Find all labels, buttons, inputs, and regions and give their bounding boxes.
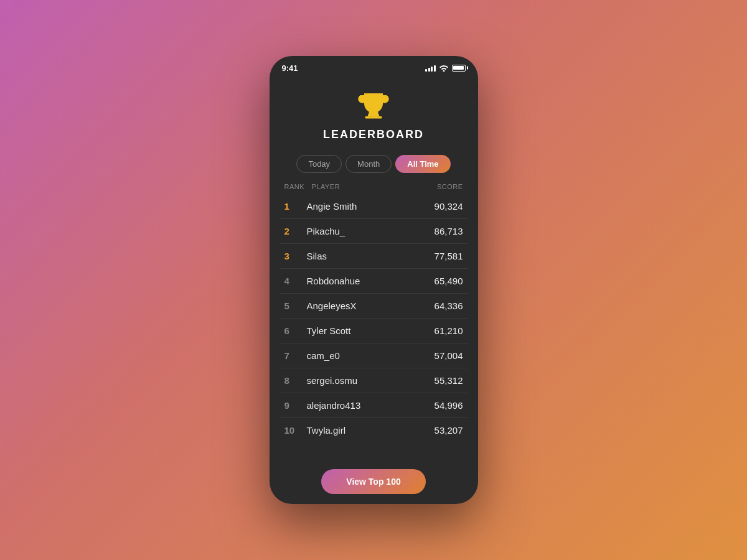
player-score: 57,004 <box>423 350 463 361</box>
player-name: alejandro413 <box>307 400 423 411</box>
leaderboard-list: 1Angie Smith90,3242Pikachu_86,7133Silas7… <box>270 194 478 460</box>
list-item: 1Angie Smith90,324 <box>280 194 468 219</box>
tab-month[interactable]: Month <box>345 155 392 173</box>
list-item: 4Robdonahue65,490 <box>280 269 468 294</box>
tab-today[interactable]: Today <box>296 155 342 173</box>
list-item: 6Tyler Scott61,210 <box>280 319 468 343</box>
wifi-icon <box>439 64 449 72</box>
svg-rect-1 <box>365 116 382 119</box>
header-player: Player <box>312 183 423 190</box>
signal-icon <box>425 64 436 72</box>
rank-number: 6 <box>284 325 307 336</box>
list-item: 3Silas77,581 <box>280 244 468 269</box>
filter-tabs: Today Month All Time <box>270 149 478 180</box>
list-item: 10Twyla.girl53,207 <box>280 418 468 442</box>
tab-alltime[interactable]: All Time <box>395 155 450 173</box>
list-item: 9alejandro41354,996 <box>280 393 468 418</box>
header-rank: Rank <box>284 183 312 190</box>
status-icons <box>425 64 466 72</box>
phone-frame: 9:41 LEADERBOARD <box>270 56 478 504</box>
rank-number: 8 <box>284 375 307 386</box>
player-score: 65,490 <box>423 276 463 286</box>
trophy-section: LEADERBOARD <box>270 76 478 149</box>
svg-rect-2 <box>369 111 378 114</box>
player-score: 86,713 <box>423 226 463 236</box>
player-name: Twyla.girl <box>307 425 423 436</box>
list-item: 5AngeleyesX64,336 <box>280 294 468 319</box>
trophy-icon <box>355 86 392 123</box>
rank-number: 3 <box>284 251 307 261</box>
player-name: Pikachu_ <box>307 226 423 236</box>
player-name: Tyler Scott <box>307 325 423 336</box>
player-name: Angie Smith <box>307 201 423 212</box>
rank-number: 4 <box>284 276 307 286</box>
table-header: Rank Player Score <box>270 180 478 194</box>
list-item: 2Pikachu_86,713 <box>280 219 468 244</box>
player-score: 53,207 <box>423 425 463 436</box>
player-score: 61,210 <box>423 325 463 336</box>
app-content: LEADERBOARD Today Month All Time Rank Pl… <box>270 76 478 504</box>
view-top-100-button[interactable]: View Top 100 <box>321 469 425 494</box>
player-score: 64,336 <box>423 301 463 311</box>
rank-number: 10 <box>284 425 307 436</box>
list-item: 7cam_e057,004 <box>280 343 468 368</box>
player-name: AngeleyesX <box>307 301 423 311</box>
rank-number: 7 <box>284 350 307 361</box>
leaderboard-title: LEADERBOARD <box>323 128 424 141</box>
status-time: 9:41 <box>282 63 298 73</box>
player-score: 90,324 <box>423 201 463 212</box>
rank-number: 1 <box>284 201 307 212</box>
battery-icon <box>452 65 466 72</box>
rank-number: 9 <box>284 400 307 411</box>
header-score: Score <box>423 183 463 190</box>
rank-number: 2 <box>284 226 307 236</box>
player-name: Silas <box>307 251 423 261</box>
list-item: 8sergei.osmu55,312 <box>280 368 468 393</box>
player-name: sergei.osmu <box>307 375 423 386</box>
status-bar: 9:41 <box>270 56 478 76</box>
player-name: cam_e0 <box>307 350 423 361</box>
player-score: 55,312 <box>423 375 463 386</box>
player-name: Robdonahue <box>307 276 423 286</box>
player-score: 77,581 <box>423 251 463 261</box>
rank-number: 5 <box>284 301 307 311</box>
player-score: 54,996 <box>423 400 463 411</box>
